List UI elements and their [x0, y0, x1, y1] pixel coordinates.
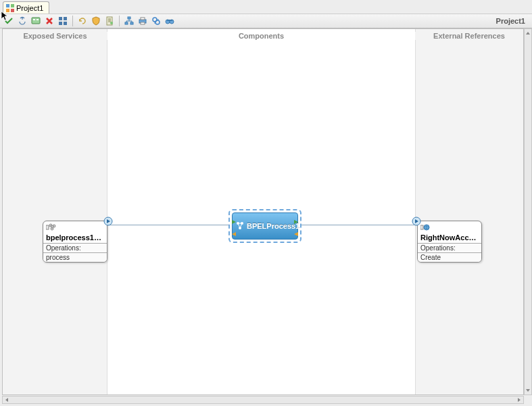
refresh-button[interactable] — [76, 15, 89, 27]
svg-rect-4 — [32, 18, 40, 24]
layout-button[interactable] — [123, 15, 135, 27]
svg-rect-10 — [64, 22, 67, 25]
svg-rect-0 — [6, 4, 9, 7]
component-input-port[interactable] — [231, 219, 237, 225]
toolbar-separator — [119, 16, 120, 26]
svg-rect-2 — [6, 9, 9, 12]
svg-rect-17 — [141, 18, 145, 20]
test-button[interactable] — [16, 15, 28, 27]
composite-icon — [6, 4, 14, 12]
svg-rect-9 — [59, 22, 62, 25]
external-reference-node[interactable]: RightNowAccount... Operations: Create — [417, 221, 482, 263]
tab-project[interactable]: Project1 — [3, 1, 49, 14]
reference-input-port[interactable] — [412, 217, 421, 226]
deploy-button[interactable] — [57, 15, 69, 27]
svg-rect-5 — [33, 19, 35, 20]
svg-rect-18 — [141, 22, 145, 24]
scroll-right-icon[interactable] — [515, 397, 523, 403]
column-header-left: Exposed Services — [3, 32, 107, 40]
exposed-service-node[interactable]: bpelprocess1_clie... Operations: process — [43, 221, 107, 263]
svg-rect-1 — [11, 4, 14, 7]
svg-rect-24 — [46, 225, 49, 229]
print-button[interactable] — [137, 15, 149, 27]
component-out-back[interactable] — [231, 231, 237, 238]
svg-rect-23 — [167, 20, 172, 21]
reference-operations-label: Operations: — [418, 243, 481, 252]
toolbar: Project1 — [0, 14, 532, 28]
validate-button[interactable] — [3, 15, 15, 27]
svg-rect-3 — [11, 9, 14, 12]
component-title: BPELProcess1 — [247, 222, 299, 230]
svg-rect-14 — [125, 22, 128, 24]
svg-rect-13 — [128, 17, 130, 19]
component-in-back[interactable] — [293, 231, 299, 238]
swimlane-exposed-services — [3, 29, 107, 394]
svg-point-20 — [155, 20, 160, 24]
swimlane-external-references — [415, 29, 523, 394]
bpel-component[interactable]: BPELProcess1 — [228, 209, 301, 243]
svg-rect-6 — [37, 19, 39, 20]
find-button[interactable] — [150, 15, 162, 27]
column-header-right: External References — [415, 32, 523, 40]
tab-bar: Project1 — [0, 0, 532, 14]
web-service-icon — [46, 223, 57, 232]
canvas-wrap: Exposed Services Components External Ref… — [2, 28, 524, 395]
wire-component-to-reference[interactable] — [300, 225, 415, 225]
svg-rect-15 — [130, 22, 133, 24]
svg-rect-8 — [64, 17, 67, 20]
scroll-down-icon[interactable] — [525, 386, 531, 394]
design-canvas[interactable]: Exposed Services Components External Ref… — [3, 29, 523, 394]
service-output-port[interactable] — [103, 217, 113, 226]
service-operation: process — [43, 252, 107, 262]
zoom-button[interactable] — [164, 15, 176, 27]
service-operations-label: Operations: — [43, 243, 107, 252]
svg-rect-7 — [59, 17, 62, 20]
reference-operation: Create — [418, 252, 481, 262]
service-title: bpelprocess1_clie... — [43, 233, 107, 243]
reference-title: RightNowAccount... — [418, 233, 481, 243]
component-output-port[interactable] — [293, 219, 299, 225]
toolbar-title: Project1 — [496, 17, 529, 25]
vertical-scrollbar[interactable] — [524, 28, 532, 395]
horizontal-scrollbar[interactable] — [2, 396, 524, 404]
policy-button[interactable] — [103, 15, 116, 27]
tab-label: Project1 — [16, 4, 43, 12]
palette-button[interactable] — [30, 15, 42, 27]
scroll-up-icon[interactable] — [525, 29, 531, 37]
toolbar-separator — [72, 16, 73, 26]
wire-service-to-component[interactable] — [107, 225, 230, 225]
column-header-middle: Components — [107, 32, 415, 40]
adapter-icon — [420, 223, 431, 232]
security-button[interactable] — [90, 15, 102, 27]
delete-button[interactable] — [43, 15, 55, 27]
scroll-left-icon[interactable] — [3, 397, 11, 403]
svg-point-12 — [110, 22, 113, 24]
